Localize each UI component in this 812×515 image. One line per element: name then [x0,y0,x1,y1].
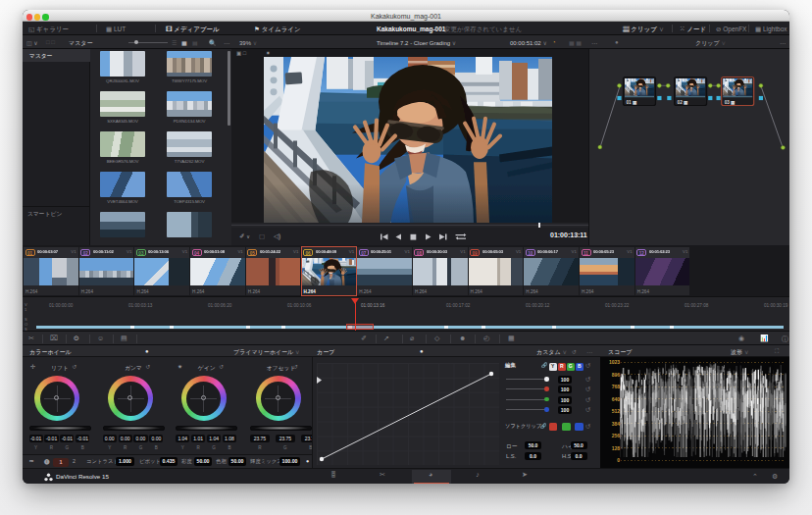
svg-text:03 ▦: 03 ▦ [725,100,736,105]
svg-text:01 ▦: 01 ▦ [627,100,637,105]
svg-text:02 ▦: 02 ▦ [678,100,688,105]
